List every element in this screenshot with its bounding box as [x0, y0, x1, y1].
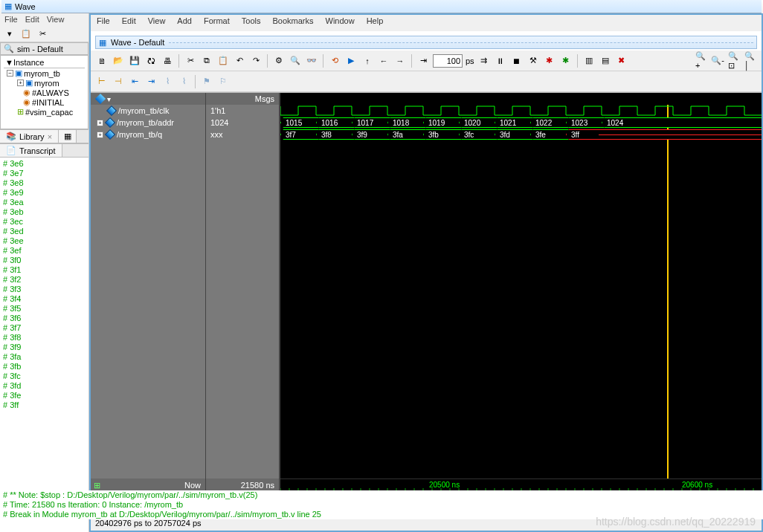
menu-add[interactable]: Add: [177, 16, 192, 30]
collapse-icon[interactable]: −: [7, 70, 13, 77]
signal-row[interactable]: +/myrom_tb/addr: [91, 117, 205, 129]
tree-item[interactable]: + ▣ myrom: [4, 78, 85, 88]
sim-panel-title[interactable]: 🔍 sim - Default: [0, 42, 88, 55]
instance-col-hdr[interactable]: ▼Instance: [4, 57, 85, 68]
menu-tools[interactable]: Tools: [242, 16, 261, 30]
menu-bookmarks[interactable]: Bookmarks: [272, 16, 313, 30]
wave-icon[interactable]: ✱: [559, 54, 573, 68]
cursor-icon[interactable]: ⊢: [95, 75, 109, 88]
transcript-line: # 3fc: [3, 372, 86, 381]
names-hdr[interactable]: ▾: [91, 93, 205, 105]
cut-icon[interactable]: ✂: [184, 54, 197, 68]
menu-view[interactable]: View: [148, 16, 166, 30]
reload-icon[interactable]: 🗘: [144, 54, 158, 68]
instance-tree[interactable]: ▼Instance − ▣ myrom_tb + ▣ myrom ◉ #ALWA…: [0, 55, 88, 129]
restart-icon[interactable]: ⟲: [328, 54, 341, 68]
tree-item[interactable]: ◉ #INITIAL: [4, 97, 85, 107]
menu-file[interactable]: File: [4, 15, 18, 24]
tree-item[interactable]: ⊞ #vsim_capac: [4, 107, 85, 117]
add-icon[interactable]: ⊞: [94, 481, 100, 490]
wave-canvas[interactable]: 20622.249 ns 101510161017101810191020102…: [280, 93, 762, 517]
print-icon[interactable]: 🖶: [161, 54, 174, 68]
close-icon[interactable]: ×: [48, 132, 52, 141]
signal-value: 1024: [206, 117, 279, 129]
menu-edit[interactable]: Edit: [122, 16, 136, 30]
zoom-full-icon[interactable]: 🔍⊡: [727, 54, 741, 68]
transcript-icon: 📄: [6, 146, 16, 155]
stop-icon[interactable]: ⏹: [510, 54, 524, 68]
wave-sub-header[interactable]: ▦ Wave - Default: [95, 36, 757, 49]
cut-icon[interactable]: ✂: [36, 27, 49, 40]
tree-item[interactable]: ◉ #ALWAYS: [4, 88, 85, 97]
bus-segment: 3f8: [316, 129, 355, 140]
edge-icon[interactable]: ⌇: [161, 75, 174, 88]
time-input[interactable]: 100: [433, 54, 463, 68]
edge-prev-icon[interactable]: ⇤: [128, 75, 141, 88]
transcript-line: # 3f8: [3, 333, 86, 343]
signal-row[interactable]: +/myrom_tb/q: [91, 129, 205, 140]
bus-segment: 1016: [316, 117, 355, 128]
edge-next-icon[interactable]: ⇥: [144, 75, 158, 88]
library-tab[interactable]: 📚 Library ×: [0, 130, 59, 143]
edge-icon[interactable]: ⌇: [177, 75, 190, 88]
up-icon[interactable]: ↑: [361, 54, 374, 68]
expand-icon[interactable]: +: [97, 120, 103, 126]
find-icon[interactable]: 🔍: [289, 54, 302, 68]
layout-icon[interactable]: ▤: [599, 54, 612, 68]
expand-icon[interactable]: +: [17, 80, 24, 86]
transcript-tab[interactable]: 📄 Transcript: [0, 144, 62, 157]
paste-icon[interactable]: 📋: [216, 54, 230, 68]
copy-icon[interactable]: ⧉: [200, 54, 213, 68]
signal-names[interactable]: ▾ /myrom_tb/clk+/myrom_tb/addr+/myrom_tb…: [91, 93, 206, 517]
module-icon: ▣: [25, 78, 33, 88]
transcript-line: # 3fa: [3, 352, 86, 362]
run-length-icon[interactable]: ⇥: [416, 54, 430, 68]
zoom-cursor-icon[interactable]: 🔍│: [744, 54, 757, 68]
layout-icon[interactable]: ▥: [582, 54, 596, 68]
paste-icon[interactable]: 📋: [19, 27, 33, 40]
lib-tabbar: 📚 Library × ▦: [0, 129, 88, 143]
bus-segment: 3fb: [423, 129, 462, 140]
break-icon[interactable]: ⏸: [494, 54, 507, 68]
transcript[interactable]: # 3e6# 3e7# 3e8# 3e9# 3ea# 3eb# 3ec# 3ed…: [0, 158, 88, 532]
config-icon[interactable]: ⚒: [527, 54, 540, 68]
signal-values[interactable]: Msgs 1'h11024xxx 21580 ns 20622.249 ns ◄…: [206, 93, 280, 517]
open-icon[interactable]: 📂: [112, 54, 125, 68]
bookmark-icon[interactable]: ⚐: [216, 75, 230, 88]
wave-toolbar-1: 🗎 📂 💾 🗘 🖶 ✂ ⧉ 📋 ↶ ↷ ⚙ 🔍 👓 ⟲: [91, 51, 762, 71]
menu-edit[interactable]: Edit: [25, 15, 39, 24]
cursor-line[interactable]: [667, 105, 669, 479]
close-icon[interactable]: ✖: [615, 54, 628, 68]
menu-help[interactable]: Help: [367, 16, 384, 30]
run-icon[interactable]: ▶: [344, 54, 358, 68]
tree-root[interactable]: − ▣ myrom_tb: [4, 68, 85, 78]
transcript-line: # 3f4: [3, 294, 86, 304]
bookmark-icon[interactable]: ⚑: [200, 75, 213, 88]
more-tab[interactable]: ▦: [59, 130, 77, 143]
wave-icon[interactable]: ✱: [543, 54, 556, 68]
diamond-icon[interactable]: [95, 94, 106, 104]
menu-file[interactable]: File: [97, 16, 110, 30]
cursor-icon[interactable]: ⊣: [112, 75, 125, 88]
zoom-in-icon[interactable]: 🔍+: [695, 54, 708, 68]
signal-row[interactable]: /myrom_tb/clk: [91, 105, 205, 117]
transcript-line: # 3ec: [3, 217, 86, 227]
step-fwd-icon[interactable]: →: [393, 54, 407, 68]
expand-icon[interactable]: +: [97, 132, 103, 138]
save-icon[interactable]: 💾: [128, 54, 141, 68]
new-icon[interactable]: ▾: [3, 27, 16, 40]
step-back-icon[interactable]: ←: [377, 54, 390, 68]
menu-format[interactable]: Format: [204, 16, 230, 30]
wave-menubar: File Edit View Add Format Tools Bookmark…: [91, 15, 762, 31]
menu-view[interactable]: View: [47, 15, 65, 24]
new-icon[interactable]: 🗎: [95, 54, 109, 68]
redo-icon[interactable]: ↷: [249, 54, 263, 68]
zoom-out-icon[interactable]: 🔍-: [711, 54, 724, 68]
gear-icon[interactable]: ⚙: [272, 54, 286, 68]
search-icon[interactable]: 👓: [305, 54, 318, 68]
transcript-line: # 3fe: [3, 391, 86, 400]
run-all-icon[interactable]: ⇉: [477, 54, 491, 68]
menu-window[interactable]: Window: [326, 16, 355, 30]
wave-titlebar[interactable]: ▦ Wave: [1, 0, 762, 13]
undo-icon[interactable]: ↶: [233, 54, 246, 68]
